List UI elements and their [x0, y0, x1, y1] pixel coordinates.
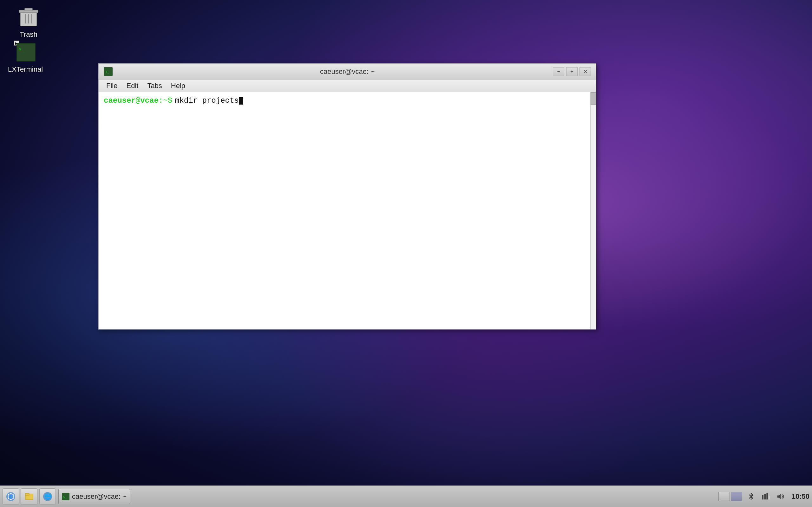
scrollbar-thumb[interactable]: [591, 92, 596, 105]
svg-rect-20: [768, 496, 770, 499]
minimize-button[interactable]: −: [553, 67, 564, 76]
maximize-button[interactable]: +: [566, 67, 577, 76]
taskbar-right: 10:50: [718, 491, 809, 502]
svg-text:🌀: 🌀: [9, 495, 13, 499]
terminal-title: caeuser@vcae: ~: [320, 67, 374, 76]
taskbar-middle: $_ caeuser@vcae: ~: [58, 489, 718, 504]
prompt-user: caeuser@vcae: [104, 95, 159, 106]
terminal-window-icon: $_: [104, 67, 113, 76]
svg-rect-19: [766, 493, 768, 499]
trash-icon: [17, 6, 40, 29]
prompt-separator: :~$: [159, 95, 172, 106]
pager-1[interactable]: [718, 492, 730, 501]
taskbar-left: 🌀 🌐: [3, 488, 56, 505]
terminal-line: caeuser@vcae :~$ mkdir projects: [104, 95, 591, 106]
taskbar-window-icon: $_: [62, 493, 69, 500]
svg-rect-17: [762, 495, 763, 499]
network-status-icon[interactable]: [760, 491, 771, 502]
svg-rect-2: [25, 8, 32, 11]
terminal-menubar: File Edit Tabs Help: [99, 79, 596, 92]
svg-marker-21: [777, 494, 780, 499]
cursor: [239, 97, 243, 105]
lxterminal-label: LXTerminal: [8, 65, 43, 73]
terminal-body[interactable]: caeuser@vcae :~$ mkdir projects: [99, 92, 596, 329]
svg-rect-12: [26, 493, 29, 495]
taskbar-time: 10:50: [792, 493, 809, 501]
menu-tabs[interactable]: Tabs: [143, 80, 165, 91]
desktop: Trash ▶ $ _ LXTerminal $_: [0, 0, 812, 507]
close-button[interactable]: ✕: [579, 67, 591, 76]
terminal-command: mkdir projects: [175, 95, 239, 106]
desktop-icon-lxterminal[interactable]: ▶ $ _ LXTerminal: [6, 38, 44, 76]
taskbar-window-button[interactable]: $_ caeuser@vcae: ~: [58, 489, 130, 504]
bluetooth-icon[interactable]: [745, 491, 757, 502]
window-controls: − + ✕: [553, 67, 591, 76]
trash-label: Trash: [20, 31, 37, 39]
lxterminal-icon: ▶ $ _: [14, 41, 37, 63]
menu-edit[interactable]: Edit: [122, 80, 142, 91]
menu-help[interactable]: Help: [167, 80, 189, 91]
svg-text:$_: $_: [63, 495, 67, 498]
start-button[interactable]: 🌀: [3, 488, 19, 505]
desktop-icon-trash[interactable]: Trash: [9, 3, 48, 41]
pager-2[interactable]: [731, 492, 742, 501]
terminal-titlebar: $_ caeuser@vcae: ~ − + ✕: [99, 64, 596, 79]
pager: [718, 492, 742, 501]
network-button[interactable]: 🌐: [39, 488, 56, 505]
menu-file[interactable]: File: [102, 80, 121, 91]
taskbar-window-label: caeuser@vcae: ~: [72, 493, 126, 501]
svg-text:🌐: 🌐: [44, 493, 52, 500]
svg-text:$_: $_: [106, 70, 109, 73]
terminal-window: $_ caeuser@vcae: ~ − + ✕ File Edit Tabs …: [98, 63, 596, 330]
svg-text:$ _: $ _: [19, 47, 25, 51]
terminal-scrollbar[interactable]: [590, 92, 596, 329]
volume-icon[interactable]: [774, 491, 786, 502]
svg-rect-18: [764, 494, 766, 499]
file-manager-button[interactable]: [21, 488, 38, 505]
taskbar: 🌀 🌐: [0, 486, 812, 507]
